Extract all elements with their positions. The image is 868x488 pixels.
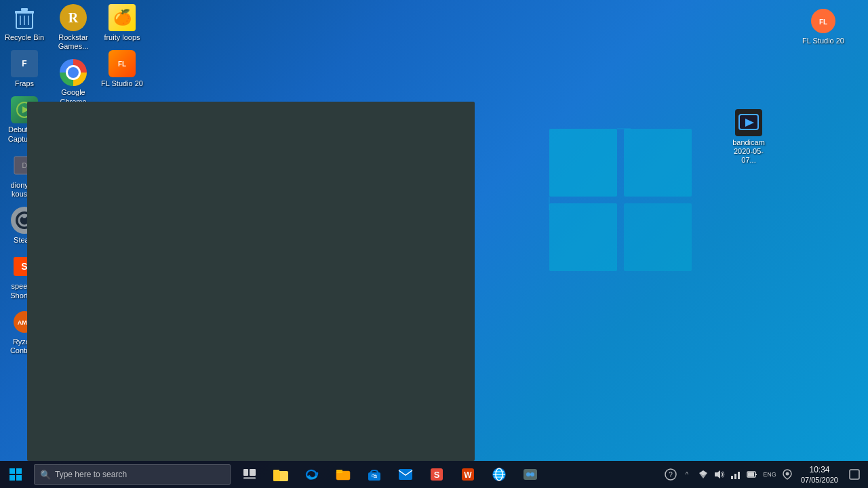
fruity-loops-icon[interactable]: 🍊 fruity loops bbox=[98, 0, 146, 46]
edge-button[interactable] bbox=[297, 461, 327, 488]
clock-date: 07/05/2020 bbox=[801, 476, 838, 485]
svg-point-72 bbox=[785, 472, 789, 476]
fraps-icon[interactable]: F Fraps bbox=[0, 46, 49, 92]
taskbar: 🔍 Type here to search bbox=[0, 461, 868, 488]
sketchbook-button[interactable]: S bbox=[422, 461, 452, 488]
network-tray-icon[interactable] bbox=[728, 461, 744, 488]
notification-button[interactable] bbox=[844, 461, 865, 488]
help-tray-icon[interactable]: ? bbox=[663, 461, 679, 488]
fl-studio-label: FL Studio 20 bbox=[101, 79, 143, 88]
svg-rect-73 bbox=[850, 470, 859, 479]
svg-rect-43 bbox=[273, 470, 279, 473]
svg-rect-49 bbox=[399, 469, 412, 480]
search-bar[interactable]: 🔍 Type here to search bbox=[34, 464, 231, 485]
svg-text:🛍: 🛍 bbox=[372, 473, 377, 479]
svg-rect-36 bbox=[9, 475, 15, 481]
start-button[interactable] bbox=[0, 461, 31, 488]
svg-rect-35 bbox=[16, 468, 22, 474]
bandicam-label: bandicam2020-05-07... bbox=[727, 138, 770, 165]
task-view-button[interactable] bbox=[235, 461, 264, 488]
svg-rect-68 bbox=[738, 472, 740, 479]
svg-rect-37 bbox=[16, 475, 22, 481]
dropbox-tray-icon[interactable] bbox=[695, 461, 711, 488]
location-tray-icon[interactable] bbox=[779, 461, 795, 488]
search-icon: 🔍 bbox=[40, 470, 51, 480]
svg-point-18 bbox=[22, 214, 26, 218]
svg-rect-0 bbox=[549, 129, 617, 197]
clock[interactable]: 10:34 07/05/2020 bbox=[795, 461, 844, 488]
svg-rect-7 bbox=[15, 11, 34, 14]
svg-rect-71 bbox=[748, 472, 754, 476]
show-hidden-icons[interactable]: ^ bbox=[679, 461, 695, 488]
svg-rect-45 bbox=[336, 470, 342, 473]
svg-text:W: W bbox=[464, 470, 472, 480]
svg-rect-1 bbox=[624, 129, 692, 197]
battery-tray-icon[interactable] bbox=[744, 461, 760, 488]
desktop-icons-column-3: 🍊 fruity loops FL FL Studio 20 bbox=[98, 0, 146, 92]
svg-rect-39 bbox=[250, 469, 256, 476]
volume-tray-icon[interactable] bbox=[711, 461, 728, 488]
desktop: Recycle Bin F Fraps Debut V... Capture..… bbox=[0, 0, 868, 461]
svg-rect-40 bbox=[243, 477, 256, 479]
recycle-bin-label: Recycle Bin bbox=[5, 33, 44, 42]
rockstar-icon[interactable]: R Rockstar Games... bbox=[49, 0, 98, 55]
svg-text:D: D bbox=[22, 162, 26, 169]
system-tray: ? ^ bbox=[663, 461, 868, 488]
fraps-label: Fraps bbox=[15, 79, 34, 88]
svg-text:FL: FL bbox=[819, 18, 827, 26]
mail-button[interactable] bbox=[391, 461, 420, 488]
file-explorer-button[interactable] bbox=[266, 461, 296, 488]
recycle-bin-icon[interactable]: Recycle Bin bbox=[0, 0, 49, 46]
rockstar-label: Rockstar Games... bbox=[52, 33, 95, 51]
svg-rect-8 bbox=[21, 8, 28, 11]
svg-rect-2 bbox=[549, 203, 617, 271]
svg-marker-65 bbox=[715, 470, 720, 479]
folder-button[interactable] bbox=[328, 461, 358, 488]
fruity-loops-label: fruity loops bbox=[104, 33, 140, 42]
search-placeholder: Type here to search bbox=[55, 470, 127, 479]
svg-rect-66 bbox=[731, 476, 733, 479]
fl-studio-tr-icon[interactable]: FL FL Studio 20 bbox=[799, 3, 848, 49]
svg-text:S: S bbox=[434, 470, 440, 480]
windows-logo bbox=[542, 122, 698, 281]
svg-rect-38 bbox=[243, 469, 248, 476]
svg-rect-67 bbox=[734, 474, 736, 479]
svg-rect-3 bbox=[624, 203, 692, 271]
unknown-app-button[interactable] bbox=[515, 461, 545, 488]
ie-button[interactable] bbox=[484, 461, 514, 488]
fl-studio-icon[interactable]: FL FL Studio 20 bbox=[98, 46, 146, 92]
clock-time: 10:34 bbox=[809, 464, 829, 476]
svg-text:?: ? bbox=[669, 471, 673, 479]
dark-panel-window bbox=[27, 102, 475, 461]
svg-rect-70 bbox=[755, 474, 757, 475]
svg-rect-34 bbox=[9, 468, 15, 474]
store-button[interactable]: 🛍 bbox=[359, 461, 389, 488]
language-tray-icon[interactable]: ENG bbox=[760, 461, 779, 488]
office-button[interactable]: W bbox=[453, 461, 483, 488]
bandicam-icon[interactable]: bandicam2020-05-07... bbox=[724, 105, 773, 169]
taskbar-pinned-apps: 🛍 S W bbox=[235, 461, 545, 488]
